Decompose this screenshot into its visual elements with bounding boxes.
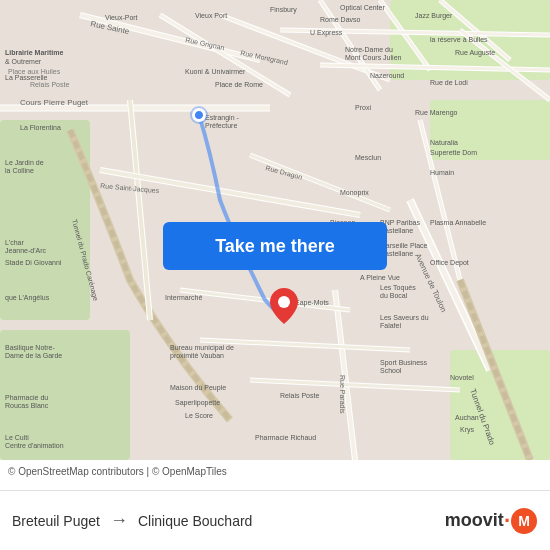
destination-pin — [270, 288, 298, 324]
svg-text:Humain: Humain — [430, 169, 454, 176]
svg-text:proximité Vauban: proximité Vauban — [170, 352, 224, 360]
svg-text:Préfecture: Préfecture — [205, 122, 237, 129]
svg-text:Jeanne-d'Arc: Jeanne-d'Arc — [5, 247, 47, 254]
svg-text:L'char: L'char — [5, 239, 25, 246]
moovit-logo: moovit · M — [445, 507, 538, 535]
svg-text:Monoprix: Monoprix — [340, 189, 369, 197]
route-arrow-icon: → — [110, 510, 128, 531]
svg-text:Mont Cours Julien: Mont Cours Julien — [345, 54, 402, 61]
svg-text:Rue Auguste: Rue Auguste — [455, 49, 495, 57]
svg-text:Novotel: Novotel — [450, 374, 474, 381]
route-from-label: Breteuil Puget — [12, 513, 100, 529]
svg-text:Pharmacie Richaud: Pharmacie Richaud — [255, 434, 316, 441]
svg-text:Relais Poste: Relais Poste — [30, 81, 69, 88]
map-container: Rue Sainte Rue Grignan Rue Montgrand Cou… — [0, 0, 550, 460]
svg-text:Bureau municipal de: Bureau municipal de — [170, 344, 234, 352]
svg-text:Le Culti: Le Culti — [5, 434, 29, 441]
svg-text:Les Toqués: Les Toqués — [380, 284, 416, 292]
svg-text:Le Jardin de: Le Jardin de — [5, 159, 44, 166]
svg-text:Jazz Burger: Jazz Burger — [415, 12, 453, 20]
svg-text:& Outremer: & Outremer — [5, 58, 42, 65]
route-bar: Breteuil Puget → Clinique Bouchard moovi… — [0, 490, 550, 550]
svg-text:La Florentina: La Florentina — [20, 124, 61, 131]
svg-text:Intermarché: Intermarché — [165, 294, 202, 301]
svg-point-125 — [278, 296, 290, 308]
svg-text:Saperlipopette: Saperlipopette — [175, 399, 220, 407]
svg-text:Rue de Lodi: Rue de Lodi — [430, 79, 468, 86]
svg-text:Rue Marengo: Rue Marengo — [415, 109, 458, 117]
moovit-icon: M — [510, 507, 538, 535]
svg-text:Le Score: Le Score — [185, 412, 213, 419]
svg-text:Les Saveurs du: Les Saveurs du — [380, 314, 429, 321]
svg-text:Rome Davso: Rome Davso — [320, 16, 361, 23]
svg-text:Basilique Notre-: Basilique Notre- — [5, 344, 55, 352]
svg-text:Place aux Huiles: Place aux Huiles — [8, 68, 61, 75]
svg-text:Estrangin -: Estrangin - — [205, 114, 240, 122]
svg-text:Krys: Krys — [460, 426, 475, 434]
svg-text:U Express: U Express — [310, 29, 343, 37]
svg-text:Stade Di Giovanni: Stade Di Giovanni — [5, 259, 62, 266]
svg-rect-5 — [450, 350, 550, 460]
svg-text:Vieux-Port: Vieux-Port — [105, 14, 138, 21]
svg-text:Maison du Peuple: Maison du Peuple — [170, 384, 226, 392]
svg-text:Vieux Port: Vieux Port — [195, 12, 227, 19]
moovit-brand-text: moovit — [445, 510, 504, 531]
svg-text:la Colline: la Colline — [5, 167, 34, 174]
svg-text:Naturalia: Naturalia — [430, 139, 458, 146]
svg-text:Kuoni & Univairmer: Kuoni & Univairmer — [185, 68, 246, 75]
take-me-there-button[interactable]: Take me there — [163, 222, 387, 270]
svg-text:A Pleine Vue: A Pleine Vue — [360, 274, 400, 281]
svg-text:Librairie Maritime: Librairie Maritime — [5, 49, 63, 56]
svg-text:que L'Angélus: que L'Angélus — [5, 294, 50, 302]
svg-text:Centre d'animation: Centre d'animation — [5, 442, 64, 449]
footer: © OpenStreetMap contributors | © OpenMap… — [0, 460, 550, 550]
svg-text:Relais Poste: Relais Poste — [280, 392, 319, 399]
svg-text:School: School — [380, 367, 402, 374]
svg-text:Éape-Mots: Éape-Mots — [295, 298, 329, 307]
svg-text:Mesclun: Mesclun — [355, 154, 381, 161]
svg-text:Pharmacie du: Pharmacie du — [5, 394, 48, 401]
svg-text:Nazeround: Nazeround — [370, 72, 404, 79]
route-to-label: Clinique Bouchard — [138, 513, 252, 529]
svg-text:la réserve à Bulles: la réserve à Bulles — [430, 36, 488, 43]
svg-text:Notre-Dame du: Notre-Dame du — [345, 46, 393, 53]
svg-text:Plasma Annabelle: Plasma Annabelle — [430, 219, 486, 226]
svg-text:Cours Pierre Puget: Cours Pierre Puget — [20, 98, 89, 107]
svg-text:M: M — [518, 513, 530, 529]
svg-text:La Passerelle: La Passerelle — [5, 74, 48, 81]
svg-text:Sport Business: Sport Business — [380, 359, 428, 367]
svg-text:Roucas Blanc: Roucas Blanc — [5, 402, 49, 409]
svg-text:du Bocal: du Bocal — [380, 292, 408, 299]
svg-text:Proxi: Proxi — [355, 104, 371, 111]
svg-text:Rue Paradis: Rue Paradis — [339, 375, 346, 414]
svg-text:Auchan: Auchan — [455, 414, 479, 421]
svg-text:Place de Rome: Place de Rome — [215, 81, 263, 88]
svg-text:Falafel: Falafel — [380, 322, 401, 329]
svg-text:Optical Center: Optical Center — [340, 4, 385, 12]
svg-text:Marseille Place: Marseille Place — [380, 242, 428, 249]
map-attribution: © OpenStreetMap contributors | © OpenMap… — [0, 460, 550, 479]
svg-text:Finsbury: Finsbury — [270, 6, 297, 14]
current-location-dot — [192, 108, 206, 122]
svg-text:Office Depot: Office Depot — [430, 259, 469, 267]
svg-text:Superette Dom: Superette Dom — [430, 149, 477, 157]
svg-text:Dame de la Garde: Dame de la Garde — [5, 352, 62, 359]
